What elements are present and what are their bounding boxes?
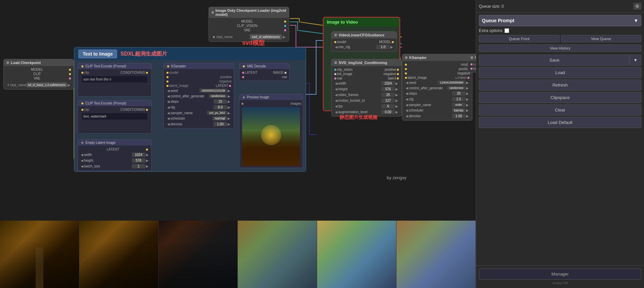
- positive-in-label: positive: [220, 75, 232, 79]
- batch-value[interactable]: 1: [132, 164, 145, 168]
- load-default-button[interactable]: Load Default: [479, 117, 641, 128]
- manager-button[interactable]: Manager: [479, 268, 641, 280]
- empty-latent-node: Empty Latent Image LATENT ◀ width 1024 ▶: [78, 139, 152, 171]
- static-video-label: 静态图片生成视频: [340, 115, 377, 121]
- seed-val-inner[interactable]: 18000001015108: [199, 89, 227, 93]
- ksampler-inner-header: KSampler: [171, 64, 186, 68]
- scheduler-param-inner: scheduler: [171, 117, 213, 120]
- ksampler-right-header: KSampler: [402, 54, 472, 61]
- vae-decode-right-header: VAE Decode: [468, 54, 476, 61]
- load-checkpoint-title: Load Checkpoint: [11, 61, 41, 65]
- model-label: MODEL: [241, 20, 253, 23]
- preview-image-node: Preview Image images: [239, 94, 303, 168]
- clear-button[interactable]: Clear: [479, 104, 641, 116]
- strip-img-2: [79, 221, 159, 288]
- by-credit-label: by zengxy: [387, 175, 407, 180]
- clipspace-button[interactable]: Clipspace: [479, 92, 641, 103]
- strip-img-6: [396, 221, 476, 288]
- clip-out-label: CLIP: [33, 72, 41, 76]
- kr-seed-val[interactable]: 13404169685880: [438, 81, 465, 85]
- vdr-latent-in: LATENT: [473, 63, 476, 66]
- kr-control-val[interactable]: randomize: [447, 86, 465, 90]
- svd-height-param: height: [338, 87, 381, 91]
- positive-text[interactable]: sun rise from the ri: [82, 76, 147, 83]
- strip-img-4: [238, 221, 317, 288]
- save-button[interactable]: Save: [479, 55, 630, 66]
- svd-cond-title: SVD_img2vid_Conditioning: [339, 61, 387, 65]
- svd-clip-vision: clip_vision: [337, 68, 352, 71]
- svd-fps-param: fps: [338, 104, 381, 108]
- scheduler-val-inner[interactable]: normal: [213, 116, 227, 121]
- kr-denoise-val[interactable]: 1.00: [452, 114, 465, 118]
- clip-negative-node: CLIP Text Encode (Prompt) clip CONDITION…: [78, 100, 152, 134]
- queue-prompt-button[interactable]: Queue Prompt ▼: [479, 15, 641, 26]
- extra-options-row: Extra options: [479, 28, 641, 33]
- svd-width-param: width: [338, 82, 381, 85]
- save-row: Save ▼: [479, 55, 641, 66]
- seed-param-inner: seed: [171, 89, 199, 93]
- svd-conditioning-header: SVD_img2vid_Conditioning: [332, 59, 402, 66]
- svd-fps-val[interactable]: 6: [381, 104, 395, 108]
- steps-val-inner[interactable]: 15: [214, 99, 227, 104]
- cfg-val-inner[interactable]: 8.0: [214, 105, 227, 109]
- kr-scheduler-val[interactable]: karras: [452, 108, 465, 113]
- load-ckpt-value[interactable]: sd_xl_base_1.0.safetensors: [27, 83, 67, 87]
- cfg-param-inner: cfg: [171, 105, 214, 109]
- control-val-inner[interactable]: randomize: [209, 94, 227, 98]
- sampler-param-inner: sampler_name: [171, 111, 207, 115]
- sampler-val-inner[interactable]: uni_pc_bh2: [207, 111, 227, 115]
- svd-vae-in: vae: [337, 76, 342, 80]
- img-checkpoint-header: Image Only Checkpoint Loader (img2vid mo…: [209, 7, 289, 18]
- bottom-image-strip: [0, 221, 476, 288]
- svd-frames-val[interactable]: 25: [381, 93, 395, 97]
- save-arrow-button[interactable]: ▼: [630, 55, 641, 66]
- latent-in-label: latent_image: [169, 84, 188, 88]
- svd-positive-out: positive: [385, 68, 396, 71]
- svd-negative-out: negative: [383, 72, 396, 76]
- negative-in-label: negative: [219, 79, 232, 83]
- view-queue-button[interactable]: View Queue: [561, 35, 642, 42]
- load-button[interactable]: Load: [479, 67, 641, 78]
- kr-seed-param: seed: [409, 81, 438, 85]
- clip-vision-label: CLIP_VISION: [237, 24, 258, 28]
- vae-decode-inner-header: VAE Decode: [247, 64, 266, 68]
- min-cfg-value[interactable]: 1.0: [376, 45, 390, 49]
- ckpt-name-lbl: ckpt_name: [10, 83, 27, 87]
- latent-out2: LATENT: [216, 84, 228, 88]
- kr-sampler-val[interactable]: euler: [452, 103, 465, 107]
- img-checkpoint-node: Image Only Checkpoint Loader (img2vid mo…: [209, 7, 289, 42]
- queue-front-button[interactable]: Queue Front: [479, 35, 560, 42]
- ckpt-name-label: ckpt_name: [216, 35, 250, 39]
- kr-latent-in: latent_image: [408, 76, 427, 79]
- denoise-val-inner[interactable]: 1.00: [214, 122, 227, 126]
- width-value[interactable]: 1024: [132, 153, 145, 157]
- clip-in-label: clip: [84, 71, 89, 74]
- kr-cfg-param: cfg: [409, 97, 452, 101]
- clip-positive-header: CLIP Text Encode (Prompt): [85, 64, 126, 68]
- negative-text[interactable]: text, watermark: [82, 113, 147, 120]
- refresh-button[interactable]: Refresh: [479, 79, 641, 91]
- view-history-button[interactable]: View History: [479, 44, 641, 52]
- sidebar-top: Queue size: 0 ⚙: [476, 0, 644, 13]
- svd-height-val[interactable]: 576: [381, 87, 395, 91]
- svd-aug-val[interactable]: 0.00: [381, 110, 395, 114]
- vae-decode-inner-node: VAE Decode LATENT IMAGE vae: [239, 63, 290, 81]
- kr-denoise-param: denoise: [409, 114, 452, 118]
- extra-options-checkbox[interactable]: [504, 28, 509, 33]
- sidebar-credit: zengxy小蛙: [479, 281, 641, 285]
- images-in: images: [291, 102, 301, 105]
- strip-img-3: [159, 221, 238, 288]
- ksampler-right-node: KSampler model positive negative latent_…: [402, 54, 472, 121]
- text-to-image-subtitle: SDXL超润生成图片: [120, 51, 167, 58]
- img-to-video-header: Image to Video: [324, 18, 400, 27]
- latent-out-label: LATENT: [107, 148, 119, 151]
- kr-cfg-val[interactable]: 2.5: [452, 97, 465, 101]
- kr-steps-param: steps: [409, 92, 452, 95]
- svd-motion-val[interactable]: 127: [381, 98, 395, 103]
- kr-steps-val[interactable]: 20: [452, 91, 465, 96]
- svd-aug-param: augmentation_level: [338, 110, 381, 114]
- svd-width-val[interactable]: 1024: [381, 81, 395, 86]
- gear-button[interactable]: ⚙: [633, 3, 641, 10]
- latent-in3: LATENT: [245, 71, 258, 74]
- height-value[interactable]: 578: [132, 158, 145, 163]
